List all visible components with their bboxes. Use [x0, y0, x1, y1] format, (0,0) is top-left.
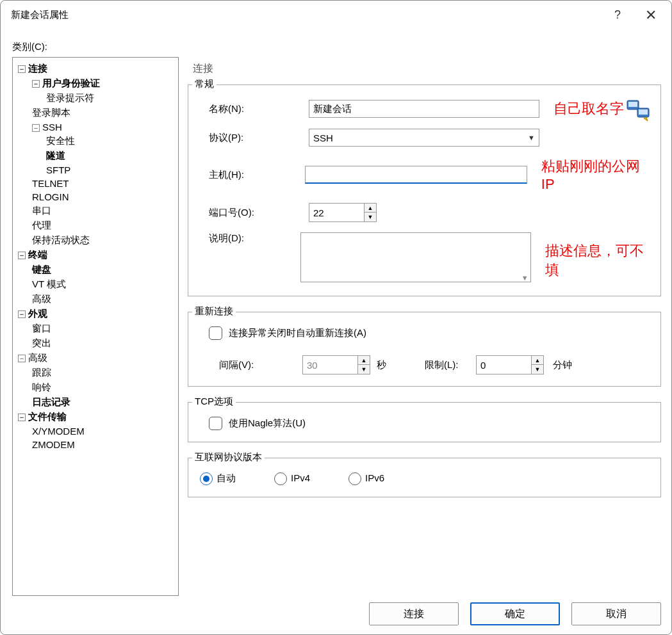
- interval-spinner[interactable]: ▲▼: [302, 355, 370, 374]
- collapse-icon[interactable]: −: [18, 355, 26, 362]
- cancel-button[interactable]: 取消: [571, 602, 661, 625]
- tree-window[interactable]: 窗口: [15, 321, 176, 336]
- connection-icon: [626, 99, 652, 122]
- radio-ipv6[interactable]: IPv6: [348, 472, 384, 485]
- auto-reconnect-checkbox[interactable]: [209, 326, 222, 340]
- desc-textarea[interactable]: [300, 232, 531, 282]
- category-tree[interactable]: −连接 −用户身份验证 登录提示符 登录脚本 −SSH 安全性 隧道 SFTP …: [12, 57, 179, 596]
- tree-appearance[interactable]: −外观: [15, 307, 176, 321]
- min-label: 分钟: [553, 359, 572, 371]
- spin-down-icon: ▼: [365, 213, 376, 221]
- dialog-window: 新建会话属性 ? ✕ 类别(C): −连接 −用户身份验证 登录提示符 登录脚本…: [0, 0, 672, 635]
- tree-bell[interactable]: 响铃: [15, 380, 176, 395]
- spin-up-icon: ▲: [358, 356, 370, 365]
- annotation-desc: 描述信息，可不填: [545, 241, 649, 280]
- category-label: 类别(C):: [12, 41, 661, 53]
- collapse-icon[interactable]: −: [18, 414, 26, 421]
- tree-terminal[interactable]: −终端: [15, 248, 176, 262]
- tree-adv-terminal[interactable]: 高级: [15, 292, 176, 307]
- spin-down-icon: ▼: [532, 365, 543, 374]
- connect-button[interactable]: 连接: [369, 602, 459, 625]
- interval-input[interactable]: [302, 355, 357, 374]
- group-general: 常规 名称(N): 自己取名字 协议(P):: [188, 84, 661, 296]
- protocol-select[interactable]: SSH ▼: [309, 129, 539, 147]
- tree-log[interactable]: 日志记录: [15, 395, 176, 410]
- tree-connection[interactable]: −连接: [15, 61, 176, 76]
- tree-keyboard[interactable]: 键盘: [15, 262, 176, 277]
- tree-login-prompt[interactable]: 登录提示符: [15, 91, 176, 106]
- port-spinner[interactable]: ▲▼: [309, 203, 377, 222]
- tree-highlight[interactable]: 突出: [15, 336, 176, 351]
- tree-serial[interactable]: 串口: [15, 204, 176, 218]
- tree-sftp[interactable]: SFTP: [15, 163, 176, 177]
- collapse-icon[interactable]: −: [32, 80, 40, 88]
- close-button[interactable]: ✕: [641, 7, 661, 24]
- spin-down-icon: ▼: [358, 365, 370, 374]
- collapse-icon[interactable]: −: [32, 124, 40, 132]
- port-label: 端口号(O):: [200, 207, 309, 219]
- limit-input[interactable]: [476, 355, 531, 374]
- tree-trace[interactable]: 跟踪: [15, 366, 176, 380]
- nagle-checkbox[interactable]: [209, 417, 222, 430]
- tree-login-script[interactable]: 登录脚本: [15, 106, 176, 120]
- radio-auto[interactable]: 自动: [200, 472, 236, 485]
- name-input[interactable]: [309, 100, 539, 118]
- tree-telnet[interactable]: TELNET: [15, 177, 176, 190]
- group-reconnect: 重新连接 连接异常关闭时自动重新连接(A) 间隔(V): ▲▼ 秒 限制(L):: [188, 312, 661, 387]
- tree-keepalive[interactable]: 保持活动状态: [15, 233, 176, 248]
- host-input[interactable]: [305, 166, 527, 184]
- chevron-down-icon: ▼: [528, 134, 535, 141]
- help-button[interactable]: ?: [607, 8, 628, 22]
- port-input[interactable]: [309, 203, 364, 222]
- collapse-icon[interactable]: −: [18, 310, 26, 318]
- tree-advanced[interactable]: −高级: [15, 351, 176, 366]
- tree-auth[interactable]: −用户身份验证: [15, 76, 176, 91]
- tree-filetransfer[interactable]: −文件传输: [15, 410, 176, 424]
- group-title-general: 常规: [192, 78, 217, 90]
- interval-label: 间隔(V):: [219, 359, 302, 371]
- group-title-ipver: 互联网协议版本: [192, 451, 265, 463]
- name-label: 名称(N):: [200, 103, 309, 115]
- titlebar: 新建会话属性 ? ✕: [1, 1, 671, 29]
- limit-spinner[interactable]: ▲▼: [476, 355, 544, 374]
- group-title-reconnect: 重新连接: [192, 305, 236, 318]
- host-label: 主机(H):: [200, 169, 305, 181]
- tree-zmodem[interactable]: ZMODEM: [15, 438, 176, 451]
- svg-rect-3: [639, 109, 648, 115]
- svg-rect-1: [628, 102, 637, 107]
- sec-label: 秒: [377, 359, 386, 371]
- protocol-label: 协议(P):: [200, 132, 309, 144]
- desc-label: 说明(D):: [200, 232, 300, 245]
- ok-button[interactable]: 确定: [470, 602, 560, 625]
- tree-tunnel[interactable]: 隧道: [15, 149, 176, 163]
- panel-header: 连接: [188, 57, 661, 84]
- radio-ipv4[interactable]: IPv4: [274, 472, 310, 485]
- tree-ssh[interactable]: −SSH: [15, 120, 176, 134]
- group-ipversion: 互联网协议版本 自动 IPv4 IPv6: [188, 458, 661, 497]
- annotation-host: 粘贴刚刚的公网IP: [541, 157, 649, 193]
- auto-reconnect-label: 连接异常关闭时自动重新连接(A): [229, 327, 366, 339]
- tree-xymodem[interactable]: X/YMODEM: [15, 424, 176, 438]
- collapse-icon[interactable]: −: [18, 65, 26, 73]
- tree-rlogin[interactable]: RLOGIN: [15, 190, 176, 204]
- nagle-label: 使用Nagle算法(U): [229, 417, 306, 430]
- limit-label: 限制(L):: [425, 359, 476, 371]
- annotation-name: 自己取名字: [553, 99, 624, 118]
- tree-security[interactable]: 安全性: [15, 134, 176, 149]
- spin-up-icon: ▲: [365, 204, 376, 213]
- collapse-icon[interactable]: −: [18, 252, 26, 259]
- tree-vt[interactable]: VT 模式: [15, 277, 176, 292]
- group-title-tcp: TCP选项: [192, 396, 236, 408]
- window-title: 新建会话属性: [11, 9, 607, 21]
- spin-up-icon: ▲: [532, 356, 543, 365]
- group-tcp: TCP选项 使用Nagle算法(U): [188, 402, 661, 442]
- tree-proxy[interactable]: 代理: [15, 218, 176, 233]
- chevron-down-icon[interactable]: ▼: [519, 272, 530, 284]
